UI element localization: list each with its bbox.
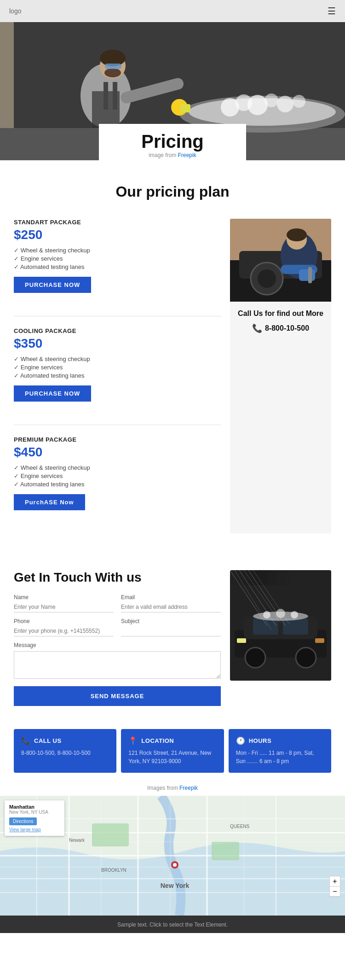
svg-point-41 (245, 648, 265, 668)
feature-item: Automated testing lanes (14, 372, 221, 379)
package-features-1: Wheel & steering checkup Engine services… (14, 356, 221, 379)
freepik-link-2[interactable]: Freepik (179, 785, 198, 791)
svg-point-76 (173, 863, 177, 867)
freepik-link[interactable]: Freepik (178, 152, 196, 158)
svg-point-50 (263, 611, 270, 618)
svg-rect-18 (180, 104, 190, 112)
phone-label: Phone (14, 618, 114, 624)
package-features-2: Wheel & steering checkup Engine services… (14, 464, 221, 488)
svg-rect-38 (283, 618, 308, 635)
pricing-title: Our pricing plan (14, 183, 331, 200)
name-group: Name (14, 594, 114, 612)
map-zoom-out-button[interactable]: − (330, 887, 340, 897)
feature-item: Wheel & steering checkup (14, 356, 221, 362)
svg-rect-32 (308, 267, 312, 283)
feature-item: Automated testing lanes (14, 481, 221, 488)
map-city: Manhattan (9, 804, 60, 810)
pricing-sidebar: Call Us for find out More 📞 8-800-10-500 (230, 219, 331, 533)
contact-image (230, 570, 331, 681)
svg-text:QUEENS: QUEENS (230, 824, 250, 829)
map-directions-button[interactable]: Directions (9, 817, 37, 825)
hours-icon: 🕐 (236, 736, 245, 745)
feature-item: Automated testing lanes (14, 263, 221, 270)
sidebar-illustration (230, 219, 331, 302)
svg-point-7 (247, 95, 268, 115)
location-content: 121 Rock Street, 21 Avenue, New York, NY… (128, 749, 216, 765)
name-label: Name (14, 594, 114, 601)
map-zoom-in-button[interactable]: + (330, 876, 340, 887)
pricing-packages: STANDART PACKAGE $250 Wheel & steering c… (14, 219, 221, 533)
hamburger-icon[interactable]: ☰ (328, 6, 336, 17)
contact-title: Get In Touch With us (14, 570, 221, 585)
package-price-2: $450 (14, 445, 221, 460)
call-title: CALL US (34, 737, 62, 744)
hero-overlay: Pricing image from Freepik (99, 124, 246, 160)
footer-text: Sample text. Click to select the Text El… (117, 922, 228, 928)
feature-item: Wheel & steering checkup (14, 464, 221, 471)
phone-icon: 📞 (252, 323, 262, 333)
svg-rect-15 (105, 64, 121, 69)
svg-point-51 (276, 609, 285, 618)
email-input[interactable] (121, 602, 221, 612)
logo: logo (9, 7, 21, 15)
svg-rect-20 (104, 82, 108, 110)
subject-input[interactable] (121, 626, 221, 636)
map-background: New York BROOKLYN QUEENS Newark Manhatta… (0, 796, 345, 916)
phone-number: 8-800-10-500 (265, 324, 309, 332)
header: logo ☰ (0, 0, 345, 22)
subject-group: Subject (121, 618, 221, 636)
svg-text:Newark: Newark (69, 838, 85, 843)
package-price-0: $250 (14, 228, 221, 242)
sidebar-info: Call Us for find out More 📞 8-800-10-500 (230, 302, 331, 341)
location-icon: 📍 (128, 736, 138, 745)
svg-rect-21 (113, 82, 117, 110)
name-input[interactable] (14, 602, 114, 612)
sidebar-image (230, 219, 331, 302)
pricing-section: Our pricing plan STANDART PACKAGE $250 W… (0, 160, 345, 552)
email-label: Email (121, 594, 221, 601)
message-textarea[interactable] (14, 651, 221, 679)
contact-form-area: Get In Touch With us Name Email Phone Su… (14, 570, 221, 706)
svg-point-42 (296, 648, 316, 668)
hero-section: Pricing image from Freepik (0, 22, 345, 160)
purchase-button-1[interactable]: PURCHASE NOW (14, 385, 91, 402)
feature-item: Engine services (14, 255, 221, 262)
info-card-call-header: 📞 CALL US (21, 736, 109, 745)
image-source: image from Freepik (117, 152, 228, 158)
map-address: New York, NY USA (9, 810, 60, 815)
package-premium: PREMIUM PACKAGE $450 Wheel & steering ch… (14, 436, 221, 519)
subject-label: Subject (121, 618, 221, 624)
feature-item: Engine services (14, 472, 221, 479)
svg-rect-69 (92, 823, 129, 846)
feature-item: Engine services (14, 364, 221, 371)
purchase-button-0[interactable]: PURCHASE NOW (14, 277, 91, 293)
svg-point-26 (258, 269, 276, 288)
phone-group: Phone (14, 618, 114, 636)
svg-rect-70 (212, 842, 239, 860)
package-cooling: COOLING PACKAGE $350 Wheel & steering ch… (14, 327, 221, 411)
name-email-row: Name Email (14, 594, 221, 612)
info-card-hours: 🕐 HOURS Mon - Fri ..... 11 am - 8 pm, Sa… (229, 729, 331, 773)
package-name-2: PREMIUM PACKAGE (14, 436, 221, 443)
package-standard: STANDART PACKAGE $250 Wheel & steering c… (14, 219, 221, 302)
info-cards: 📞 CALL US 8-800-10-500, 8-800-10-500 📍 L… (0, 724, 345, 782)
contact-illustration (230, 570, 331, 681)
map-zoom-controls: + − (329, 876, 340, 897)
phone-subject-row: Phone Subject (14, 618, 221, 636)
hours-title: HOURS (249, 737, 271, 744)
hours-content: Mon - Fri ..... 11 am - 8 pm, Sat, Sun .… (236, 749, 324, 765)
svg-point-14 (104, 68, 121, 77)
svg-rect-31 (299, 269, 315, 281)
package-name-0: STANDART PACKAGE (14, 219, 221, 226)
contact-section: Get In Touch With us Name Email Phone Su… (0, 552, 345, 724)
send-message-button[interactable]: SEND MESSAGE (14, 686, 221, 706)
package-price-1: $350 (14, 336, 221, 351)
info-card-location: 📍 LOCATION 121 Rock Street, 21 Avenue, N… (121, 729, 224, 773)
info-card-location-header: 📍 LOCATION (128, 736, 216, 745)
sidebar-phone: 📞 8-800-10-500 (237, 323, 324, 333)
purchase-button-2[interactable]: PurchASE Now (14, 494, 85, 510)
map-view-large-link[interactable]: View large map (9, 827, 60, 832)
feature-item: Wheel & steering checkup (14, 247, 221, 254)
phone-input[interactable] (14, 626, 114, 636)
package-features-0: Wheel & steering checkup Engine services… (14, 247, 221, 270)
